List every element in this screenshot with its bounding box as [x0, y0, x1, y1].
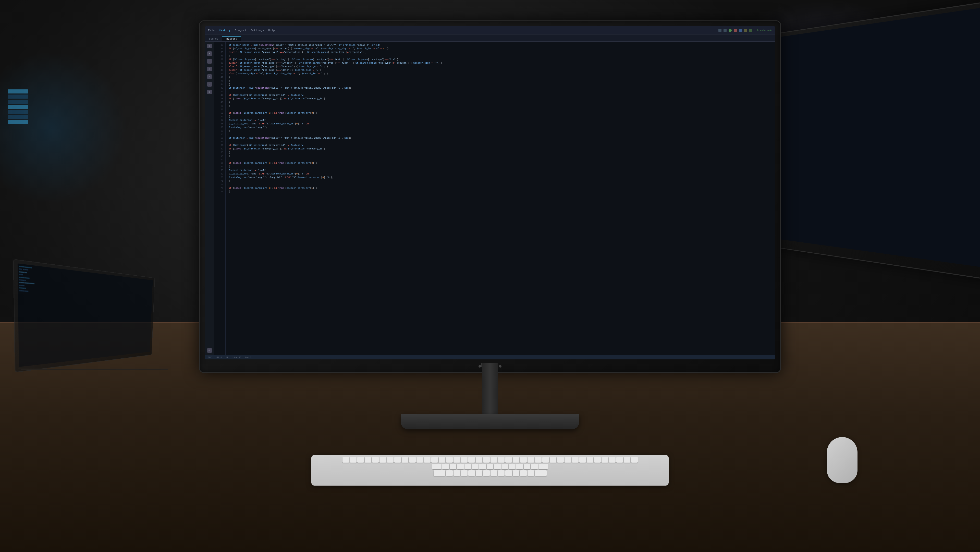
key [535, 470, 547, 476]
line-num-51: 51 [214, 108, 225, 112]
key [476, 457, 482, 463]
key [513, 457, 519, 463]
sidebar-icon-add[interactable]: + [207, 51, 212, 56]
code-line-70: 7_catalog_rec.'name_lang_*'.'clang_id_*'… [229, 176, 772, 180]
toolbar-history[interactable]: History [219, 29, 231, 32]
code-line-33: $f_search_param = $DB->selectRow('SELECT… [229, 44, 772, 47]
widget-item [8, 94, 28, 99]
key [439, 457, 445, 463]
key [594, 457, 601, 463]
key [461, 470, 468, 476]
key [434, 470, 445, 476]
line-num-59: 59 [214, 137, 225, 140]
toolbar-icon-forward[interactable] [724, 29, 727, 32]
toolbar-file[interactable]: File [208, 29, 215, 32]
line-num-66: 66 [214, 162, 225, 165]
sidebar-icon-settings[interactable]: ⚙ [207, 348, 212, 353]
key [631, 457, 638, 463]
key [516, 464, 523, 469]
line-num-41: 41 [214, 72, 225, 76]
key [424, 457, 431, 463]
key [490, 457, 497, 463]
line-num-62: 62 [214, 147, 225, 151]
toolbar-icon-back[interactable] [718, 29, 721, 32]
sidebar-icon-search[interactable]: ◎ [207, 67, 212, 71]
laptop-base [18, 369, 171, 370]
scene: ■■■■■■■■■■■■ ■■■■■■ ■■■ ■■■■■ ■■ ■■■■ ■■… [0, 0, 980, 552]
monitor-stand-base [401, 414, 579, 429]
monitor-power-btn[interactable] [479, 365, 481, 368]
line-num-46: 46 [214, 90, 225, 94]
widget-item-active [8, 105, 28, 109]
key [446, 457, 453, 463]
key [535, 457, 542, 463]
code-content[interactable]: $f_search_param = $DB->selectRow('SELECT… [226, 41, 775, 355]
line-num-56: 56 [214, 126, 225, 129]
key [550, 457, 556, 463]
key [487, 464, 493, 469]
key [387, 457, 393, 463]
code-line-66: if (isset ($search_param_arr[0]) && trim… [229, 162, 772, 165]
tab-history[interactable]: History [222, 36, 241, 41]
laptop-screen-bezel: ■■■■■■■■■■ ■■ ■■■■ ■■■■■■ ■■■ ■■■■■■■■ ■… [13, 259, 155, 373]
key [479, 464, 486, 469]
status-bar: PHP UTF-8 LF Line 33 Col 1 [205, 355, 775, 359]
code-line-35: elseif ($f_search_param['param_type']===… [229, 51, 772, 54]
key [565, 457, 571, 463]
toolbar-icon-build[interactable] [749, 29, 752, 32]
widget-item [8, 110, 28, 114]
toolbar-settings[interactable]: Settings [251, 29, 264, 32]
monitor-input-btn[interactable] [499, 365, 501, 368]
tab-source[interactable]: Source [205, 36, 222, 41]
toolbar-icon-debug[interactable] [739, 29, 742, 32]
key [531, 464, 538, 469]
sidebar-icon-branch[interactable]: ⑂ [207, 74, 212, 79]
key [501, 464, 508, 469]
code-line-57: } [229, 129, 772, 133]
key [528, 457, 534, 463]
key [513, 470, 519, 476]
key [476, 470, 482, 476]
sidebar-icon-star[interactable]: ☆ [207, 82, 212, 86]
main-monitor-bezel: File History Project Settings Help branc… [199, 21, 781, 373]
status-lang: PHP [208, 356, 212, 358]
line-numbers: 33 34 35 36 37 38 39 40 41 42 43 44 [214, 41, 226, 355]
code-line-42: } [229, 76, 772, 80]
toolbar-icon-step[interactable] [744, 29, 747, 32]
code-line-38: elseif ($f_search_param['res_type']==='i… [229, 62, 772, 65]
key [520, 457, 527, 463]
toolbar-icon-stop[interactable] [734, 29, 737, 32]
sidebar-icon-grid[interactable]: ⊞ [207, 90, 212, 94]
line-num-37: 37 [214, 58, 225, 62]
sidebar-icon-home[interactable]: ⌂ [207, 59, 212, 64]
line-num-44: 44 [214, 83, 225, 86]
key [609, 457, 616, 463]
ide-container: File History Project Settings Help branc… [205, 26, 775, 359]
key [490, 470, 497, 476]
key [472, 464, 479, 469]
key [350, 457, 356, 463]
toolbar-project[interactable]: Project [235, 29, 247, 32]
key [402, 457, 408, 463]
key [528, 470, 534, 476]
line-num-74: 74 [214, 190, 225, 194]
line-num-45: 45 [214, 86, 225, 90]
sidebar-icon-menu[interactable]: ≡ [207, 44, 212, 48]
code-editor[interactable]: 33 34 35 36 37 38 39 40 41 42 43 44 [214, 41, 775, 355]
key [409, 457, 416, 463]
line-num-72: 72 [214, 183, 225, 187]
key [453, 470, 460, 476]
line-num-63: 63 [214, 151, 225, 155]
line-num-69: 69 [214, 172, 225, 176]
code-line-49: } [229, 101, 772, 104]
key [417, 457, 423, 463]
key [505, 457, 512, 463]
code-line-72 [229, 183, 772, 187]
line-num-65: 65 [214, 158, 225, 162]
key [357, 457, 364, 463]
toolbar-icon-run[interactable] [729, 29, 732, 32]
key [557, 457, 564, 463]
toolbar-help[interactable]: Help [268, 29, 275, 32]
code-line-50: } [229, 104, 772, 108]
code-line-39: elseif ($f_search_param['res_type']==='b… [229, 65, 772, 69]
